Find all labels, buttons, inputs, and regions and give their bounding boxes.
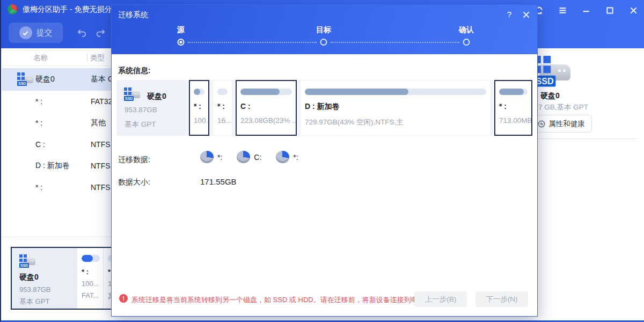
partition-block[interactable]: * :16.... (213, 80, 232, 136)
disk-size: 953.87GB (19, 286, 77, 294)
partition-label: * : (499, 102, 528, 111)
usage-bar (305, 89, 486, 95)
pie-chart-icon (200, 151, 214, 163)
dialog-title: 迁移系统 (118, 10, 148, 20)
row-name: 硬盘0 (35, 75, 55, 84)
partition-label: * : (194, 102, 204, 111)
usage-bar-fill (305, 89, 408, 95)
column-header-name[interactable]: 名称 (33, 53, 48, 63)
step-connector (331, 42, 459, 43)
step-label: 目标 (316, 25, 331, 35)
menu-icon[interactable] (557, 5, 568, 16)
disk-name: 硬盘0 (540, 91, 560, 101)
step-inactive-dot[interactable] (463, 39, 470, 46)
properties-health-button[interactable]: 属性和健康 (531, 115, 592, 133)
partition-size: 223.08GB(23% ... (240, 116, 292, 125)
next-step-button[interactable]: 下一步(N) (475, 291, 528, 307)
dialog-body: 系统信息: SSD 硬盘0 953.87GB 基本 GPT * :100...*… (112, 54, 537, 316)
submit-label: 提交 (36, 28, 53, 38)
warning-text: 系统迁移是将当前系统转移到另一个磁盘，如 SSD 或 HDD。请在迁移前，将新设… (131, 295, 432, 305)
usage-bar (194, 89, 204, 95)
row-type: NTFS (91, 162, 111, 170)
row-type: NTFS (91, 140, 111, 149)
disk-name: 硬盘0 (147, 92, 166, 101)
partition-label: * : (217, 102, 228, 111)
submit-button[interactable]: 提交 (9, 23, 63, 43)
ssd-disk-icon: SSD (17, 72, 34, 87)
disk-info: SSD 硬盘0 953.87GB 基本 GPT (117, 80, 186, 136)
column-separator (87, 53, 87, 61)
partition-label: C : (240, 102, 292, 111)
column-header-type[interactable]: 类型 (90, 53, 105, 63)
warning-icon: ! (119, 294, 128, 303)
migrate-data-item: *: (200, 151, 222, 163)
step-label: 源 (177, 25, 185, 35)
migrate-data-item: C: (237, 151, 261, 163)
usage-bar (499, 89, 528, 95)
ssd-disk-icon: SSD (19, 254, 36, 269)
disk-layout: 基本 GPT (125, 120, 156, 129)
toolbar: 提交 (9, 23, 106, 43)
step-label: 确认 (459, 25, 474, 35)
migrate-item-label: C: (254, 153, 261, 162)
usage-bar-fill (194, 89, 200, 95)
system-info-label: 系统信息: (118, 66, 151, 76)
right-divider (538, 138, 636, 139)
partition-label: D : 新加卷 (305, 102, 486, 112)
data-size-value: 171.55GB (200, 177, 237, 186)
usage-bar (240, 89, 292, 95)
migrate-item-label: *: (293, 153, 298, 162)
properties-health-label: 属性和健康 (548, 119, 585, 129)
titlebar: 傲梅分区助手 - 免费无损分区软 (8, 4, 127, 14)
maximize-icon[interactable] (604, 5, 615, 16)
row-name: C : (35, 140, 45, 149)
row-name: * : (35, 97, 42, 106)
row-name: D : 新加卷 (35, 161, 70, 171)
row-name: * : (35, 183, 42, 192)
step-connector (188, 42, 317, 43)
app-window: 傲梅分区助手 - 免费无损分区软 提交 (0, 0, 644, 322)
close-icon[interactable] (628, 5, 639, 16)
dialog-close-icon[interactable] (523, 11, 530, 20)
disk-info[interactable]: SSD 硬盘0 953.87GB 基本 GPT (12, 248, 77, 309)
minimize-icon[interactable] (581, 5, 591, 16)
migrate-item-label: *: (217, 153, 222, 162)
partition-size: 100... (194, 116, 204, 125)
partition-block[interactable]: * :100...FAT... (77, 248, 103, 309)
pie-chart-icon (276, 151, 289, 163)
system-disk-strip: SSD 硬盘0 953.87GB 基本 GPT * :100...* :16..… (117, 80, 532, 136)
health-icon (538, 120, 545, 128)
partition-fs: FAT... (82, 291, 100, 299)
undo-icon[interactable] (77, 27, 87, 38)
partition-block[interactable]: * :713.00MB(... (494, 80, 532, 136)
disk-size: 953.87GB (125, 106, 157, 114)
app-logo-icon (8, 4, 18, 14)
ssd-disk-icon: SSD (124, 87, 141, 102)
dialog-header: 迁移系统 ? 源目标确认 (112, 5, 537, 54)
disk-overview-panel: SSD 硬盘0 7 GB,基本 GPT 属性和健康 (538, 48, 644, 320)
migrate-data-item: *: (276, 151, 298, 163)
row-type: NTFS (91, 183, 111, 192)
data-size-label: 数据大小: (118, 178, 150, 187)
usage-bar (217, 89, 228, 95)
step-active-dot[interactable] (178, 39, 185, 46)
partition-size: 713.00MB(... (499, 116, 528, 125)
row-name: * : (35, 119, 42, 127)
previous-step-button[interactable]: 上一步(B) (414, 291, 467, 307)
partition-block[interactable]: D : 新加卷729.97GB(43% 空闲),NTFS,主 (300, 80, 491, 136)
row-type: 其他 (91, 118, 106, 128)
partition-block[interactable]: * :100... (189, 80, 209, 136)
disk-info-text: 7 GB,基本 GPT (538, 103, 588, 112)
redo-icon[interactable] (95, 27, 106, 38)
migrate-data-label: 迁移数据: (118, 155, 150, 165)
help-icon[interactable]: ? (507, 10, 511, 19)
partition-block[interactable]: C :223.08GB(23% ... (236, 80, 297, 136)
step-inactive-dot[interactable] (320, 39, 327, 46)
usage-bar-fill (499, 89, 524, 95)
row-type: FAT32 (91, 97, 112, 106)
partition-size: 100... (82, 280, 100, 288)
ssd-disk-icon-large: SSD (533, 56, 573, 89)
pie-chart-icon (237, 151, 250, 163)
usage-bar (82, 255, 100, 262)
migrate-system-dialog: 迁移系统 ? 源目标确认 系统信息: SSD 硬盘0 953.87GB 基本 G… (111, 4, 538, 317)
